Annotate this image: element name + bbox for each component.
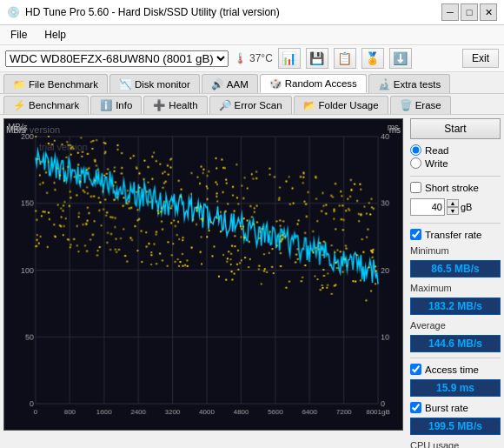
exit-button[interactable]: Exit — [462, 49, 499, 68]
burst-rate-value: 199.5 MB/s — [410, 418, 501, 435]
burst-rate-checkbox-label[interactable]: Burst rate — [410, 402, 501, 413]
tab-folder-usage[interactable]: 📂 Folder Usage — [294, 96, 388, 114]
short-stroke-spinbox-row: ▲ ▼ gB — [410, 198, 501, 216]
title-left: 💿 HD Tune Pro 5.60 - Hard Disk/SSD Utili… — [7, 6, 280, 18]
burst-rate-checkbox[interactable] — [410, 402, 421, 413]
thermometer-icon: 🌡️ — [234, 52, 247, 64]
maximum-value: 183.2 MB/s — [410, 298, 501, 315]
tab-extra-tests[interactable]: 🔬 Extra tests — [368, 74, 450, 93]
temperature-display: 🌡️ 37°C — [234, 52, 273, 64]
write-radio[interactable] — [410, 157, 421, 169]
start-button[interactable]: Start — [410, 118, 501, 139]
temperature-value: 37°C — [249, 52, 273, 64]
tab-health[interactable]: ➕ Health — [143, 96, 207, 114]
divider2 — [410, 223, 501, 224]
transfer-rate-checkbox[interactable] — [410, 229, 421, 240]
info-icon: ℹ️ — [100, 99, 112, 111]
tab-random-access[interactable]: 🎲 Random Access — [260, 74, 367, 93]
minimum-label: Minimum — [410, 245, 501, 256]
close-button[interactable]: ✕ — [480, 3, 497, 21]
toolbar-btn-4[interactable]: 🏅 — [361, 48, 384, 69]
tabs-row1: 📁 File Benchmark 📉 Disk monitor 🔊 AAM 🎲 … — [0, 72, 504, 94]
tab-error-scan[interactable]: 🔎 Error Scan — [209, 96, 292, 114]
aam-icon: 🔊 — [211, 78, 223, 90]
file-benchmark-icon: 📁 — [13, 78, 25, 90]
spinbox-buttons: ▲ ▼ — [447, 199, 459, 215]
y-axis-left-label: MB/s — [8, 123, 28, 132]
title-bar: 💿 HD Tune Pro 5.60 - Hard Disk/SSD Utili… — [0, 0, 504, 25]
short-stroke-checkbox-label[interactable]: Short stroke — [410, 182, 501, 193]
title-controls: ─ □ ✕ — [441, 3, 497, 21]
toolbar-btn-3[interactable]: 📋 — [334, 48, 356, 69]
y-axis-right-label: ms — [388, 123, 399, 132]
extra-tests-icon: 🔬 — [378, 78, 390, 90]
main-content: trial version MB/s ms Start Read Write S… — [0, 115, 504, 434]
minimum-value: 86.5 MB/s — [410, 260, 501, 277]
transfer-rate-checkbox-label[interactable]: Transfer rate — [410, 229, 501, 240]
tab-disk-monitor[interactable]: 📉 Disk monitor — [109, 74, 200, 93]
benchmark-icon: ⚡ — [13, 99, 25, 111]
toolbar-btn-1[interactable]: 📊 — [278, 48, 301, 69]
drive-bar: WDC WD80EFZX-68UW8N0 (8001 gB) 🌡️ 37°C 📊… — [0, 45, 504, 72]
average-label: Average — [410, 320, 501, 331]
maximize-button[interactable]: □ — [461, 3, 478, 21]
tab-info[interactable]: ℹ️ Info — [90, 96, 142, 114]
access-time-checkbox[interactable] — [410, 364, 421, 375]
random-access-icon: 🎲 — [269, 77, 282, 90]
short-stroke-unit: gB — [461, 202, 472, 212]
short-stroke-input[interactable] — [410, 198, 445, 216]
tab-aam[interactable]: 🔊 AAM — [202, 74, 258, 93]
folder-usage-icon: 📂 — [303, 99, 315, 111]
spinbox-down-button[interactable]: ▼ — [447, 207, 459, 215]
erase-icon: 🗑️ — [400, 99, 412, 111]
maximum-label: Maximum — [410, 283, 501, 293]
divider1 — [410, 176, 501, 177]
divider3 — [410, 358, 501, 358]
toolbar-btn-5[interactable]: ⬇️ — [389, 48, 412, 69]
access-time-checkbox-label[interactable]: Access time — [410, 364, 501, 375]
average-value: 144.6 MB/s — [410, 335, 501, 352]
app-icon: 💿 — [7, 6, 20, 18]
access-time-value: 15.9 ms — [410, 379, 501, 397]
tab-erase[interactable]: 🗑️ Erase — [390, 96, 451, 114]
benchmark-chart — [4, 119, 402, 430]
menu-bar: File Help — [0, 25, 504, 45]
drive-selector[interactable]: WDC WD80EFZX-68UW8N0 (8001 gB) — [5, 50, 229, 67]
window-title: HD Tune Pro 5.60 - Hard Disk/SSD Utility… — [25, 6, 280, 18]
right-panel: Start Read Write Short stroke ▲ ▼ gB — [407, 115, 504, 434]
minimize-button[interactable]: ─ — [441, 3, 459, 21]
read-write-group: Read Write — [410, 143, 501, 171]
write-radio-label[interactable]: Write — [410, 157, 501, 169]
tab-file-benchmark[interactable]: 📁 File Benchmark — [3, 74, 108, 93]
cpu-usage-label: CPU usage — [410, 440, 501, 448]
spinbox-up-button[interactable]: ▲ — [447, 199, 459, 207]
tabs-row2: ⚡ Benchmark ℹ️ Info ➕ Health 🔎 Error Sca… — [0, 94, 504, 115]
short-stroke-checkbox[interactable] — [410, 182, 421, 193]
menu-file[interactable]: File — [7, 27, 30, 43]
menu-help[interactable]: Help — [41, 27, 70, 43]
disk-monitor-icon: 📉 — [119, 78, 131, 90]
toolbar-btn-2[interactable]: 💾 — [306, 48, 328, 69]
read-radio-label[interactable]: Read — [410, 144, 501, 156]
read-radio[interactable] — [410, 144, 421, 156]
chart-area: trial version MB/s ms — [3, 118, 403, 431]
tab-benchmark[interactable]: ⚡ Benchmark — [3, 96, 89, 114]
health-icon: ➕ — [153, 99, 165, 111]
error-scan-icon: 🔎 — [219, 99, 231, 111]
